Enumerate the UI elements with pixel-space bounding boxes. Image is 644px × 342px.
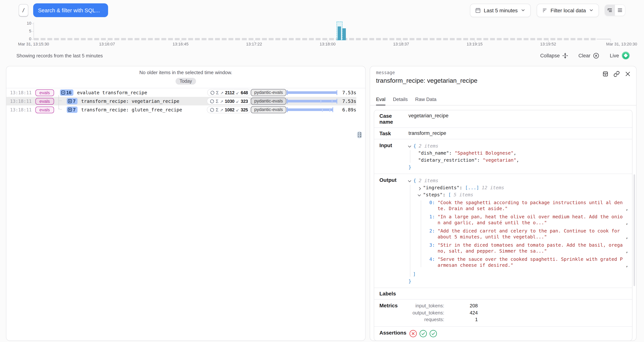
input-json-viewer[interactable]: {2 items"dish_name": "Spaghetti Bolognes…	[408, 142, 629, 171]
collapse-vertical-icon	[562, 53, 568, 58]
x-axis-tick: 13:19:52	[522, 42, 574, 46]
close-icon[interactable]	[624, 71, 631, 77]
assertions-label: Assertions	[374, 326, 406, 340]
record-kind-label: message	[376, 70, 630, 75]
date-chip[interactable]: Today	[176, 78, 196, 84]
slash-shortcut-key[interactable]: /	[19, 4, 28, 16]
logfire-live-view: / Search & filter with SQL... Last 5 min…	[0, 0, 644, 342]
search-button[interactable]: Search & filter with SQL...	[33, 3, 108, 17]
live-toggle-button[interactable]: Live	[610, 52, 630, 60]
assertion-pass-icon[interactable]	[420, 330, 427, 337]
detail-panel: message transform_recipe: vegetarian_rec…	[370, 66, 636, 341]
panel-resize-handle[interactable]	[357, 132, 362, 138]
coin-icon	[210, 99, 214, 104]
save-view-icon[interactable]	[602, 71, 608, 77]
step-item: 0:"Cook the spaghetti according to packa…	[429, 200, 629, 211]
empty-window-notice: No older items in the selected time wind…	[6, 66, 365, 75]
token-usage-pill: Σ↗1030↙323	[207, 98, 251, 105]
copy-link-icon[interactable]	[614, 71, 620, 77]
tokens-down-icon: ↙	[236, 90, 239, 95]
chevron-down-icon[interactable]	[408, 144, 411, 148]
row-timestamp: 13:18:11	[10, 107, 32, 112]
coin-icon	[210, 90, 214, 95]
tokens-down-icon: ↙	[236, 99, 239, 104]
output-json-viewer[interactable]: {2 items"ingredients": [...]12 items"ste…	[408, 177, 629, 285]
expand-children-toggle[interactable]: 7	[67, 106, 78, 113]
chevron-down-icon[interactable]	[418, 193, 421, 196]
view-mode-toggle	[604, 4, 625, 16]
list-view-button[interactable]	[615, 5, 625, 16]
collapse-label: Collapse	[540, 53, 560, 58]
list-view-icon	[617, 8, 623, 13]
detail-scrollbar[interactable]	[634, 174, 635, 286]
tree-view-icon	[607, 8, 613, 13]
x-axis-tick: 13:18:37	[375, 42, 427, 46]
metric-row: requests:1	[408, 316, 629, 323]
tokens-up-icon: ↗	[220, 108, 224, 112]
assertion-pass-icon[interactable]	[430, 330, 437, 337]
token-usage-pill: Σ↗2112↙648	[207, 89, 251, 96]
tab-details[interactable]: Details	[393, 96, 408, 105]
duration-bar	[286, 97, 339, 106]
x-axis-tick: Mar 31, 13:15:30	[8, 42, 60, 46]
token-usage-pill: Σ↗1082↙325	[207, 106, 251, 113]
records-list-panel: No older items in the selected time wind…	[6, 66, 366, 341]
task-value: transform_recipe	[406, 128, 632, 139]
coin-icon	[210, 108, 214, 112]
histogram-bar[interactable]	[338, 26, 341, 40]
duration-text: 7.53s	[339, 98, 356, 104]
scope-badge: evals	[36, 98, 54, 104]
metric-row: output_tokens:424	[408, 310, 629, 316]
input-label: Input	[374, 139, 406, 174]
chevron-down-icon	[589, 8, 594, 13]
x-axis-tick: 13:19:15	[448, 42, 501, 46]
step-item: 2:"Add the diced carrot and celery to th…	[429, 228, 629, 240]
tab-eval[interactable]: Eval	[376, 96, 386, 106]
search-button-label: Search & filter with SQL...	[38, 7, 100, 13]
duration-text: 6.89s	[339, 107, 356, 112]
collapse-button[interactable]: Collapse	[540, 53, 568, 58]
duration-bar	[286, 106, 339, 114]
tab-raw-data[interactable]: Raw Data	[415, 96, 436, 105]
span-name: transform_recipe: vegetarian_recipe	[81, 98, 180, 104]
detail-tabs: Eval Details Raw Data	[370, 96, 636, 106]
filter-label: Filter local data	[550, 7, 586, 13]
x-circle-icon	[593, 52, 599, 59]
step-item: 3:"Stir in the diced tomatoes and tomato…	[429, 242, 629, 254]
assertion-fail-icon[interactable]	[410, 330, 417, 337]
step-item: 1:"In a large pan, heat the olive oil ov…	[429, 214, 629, 226]
y-axis-tick: 5	[15, 29, 31, 33]
x-axis-tick: 13:17:22	[228, 42, 280, 46]
status-bar: Showing records from the last 5 minutes …	[0, 47, 644, 64]
labels-label: Labels	[374, 288, 406, 299]
collapse-children-toggle[interactable]: 16	[60, 90, 74, 96]
search-icon	[103, 7, 103, 13]
x-axis-tick: 13:16:45	[154, 42, 207, 46]
sigma-icon: Σ	[216, 107, 218, 112]
time-range-label: Last 5 minutes	[484, 7, 518, 13]
x-axis-tick: 13:16:07	[81, 42, 133, 46]
service-tag: pydantic-evals	[251, 89, 286, 96]
timeline-chart[interactable]: 1050Mar 31, 13:15:3013:16:0713:16:4513:1…	[0, 20, 644, 47]
metrics-label: Metrics	[374, 300, 406, 326]
chevron-down-icon	[521, 8, 526, 13]
tree-view-button[interactable]	[605, 5, 615, 16]
metric-row: input_tokens:208	[408, 302, 629, 310]
time-range-button[interactable]: Last 5 minutes	[470, 4, 531, 17]
filter-icon	[542, 8, 548, 13]
chevron-right-icon[interactable]	[418, 187, 421, 190]
x-axis-tick: Mar 31, 13:20:30	[596, 42, 644, 46]
chevron-down-icon[interactable]	[408, 179, 411, 182]
histogram-bar[interactable]	[342, 28, 346, 40]
duration-text: 7.53s	[339, 90, 356, 95]
row-timestamp: 13:18:11	[10, 90, 32, 95]
filter-local-data-button[interactable]: Filter local data	[537, 4, 599, 17]
detail-title: transform_recipe: vegetarian_recipe	[376, 77, 630, 84]
expand-children-toggle[interactable]: 7	[67, 98, 78, 104]
scope-badge: evals	[36, 89, 54, 96]
step-item: 4:"Serve the sauce over the cooked spagh…	[429, 256, 629, 268]
clear-button[interactable]: Clear	[578, 52, 600, 59]
row-timestamp: 13:18:11	[10, 98, 32, 104]
scope-badge: evals	[36, 106, 54, 113]
sigma-icon: Σ	[216, 90, 219, 95]
